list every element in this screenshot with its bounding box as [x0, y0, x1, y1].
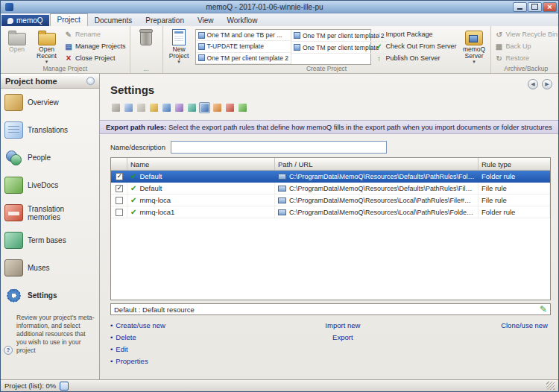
- sidebar-item-muses[interactable]: Muses: [1, 254, 99, 282]
- sidebar-item-settings[interactable]: Settings: [1, 282, 99, 309]
- people-icon: [4, 149, 23, 166]
- template-item[interactable]: One TM per client template 2: [196, 53, 291, 64]
- edit-link[interactable]: Edit: [110, 345, 274, 353]
- tab-documents[interactable]: Documents: [88, 15, 139, 26]
- template-item[interactable]: T-UPDATE template: [196, 41, 291, 52]
- memoq-window: memoQ - 2017-01-06-winnie-ille-pu memoQ …: [0, 0, 559, 392]
- manage-projects-button[interactable]: Manage Projects: [63, 41, 127, 51]
- properties-link[interactable]: Properties: [110, 357, 274, 365]
- local-resource-icon: [278, 209, 286, 215]
- table-row[interactable]: Default C:\ProgramData\MemoQ\Resources\D…: [111, 171, 550, 183]
- name-description-filter-input[interactable]: [171, 141, 387, 154]
- resource-category-icon-4[interactable]: [148, 102, 160, 113]
- sidebar-item-translations[interactable]: Translations: [1, 116, 99, 144]
- template-item[interactable]: One TM per client template: [291, 42, 386, 54]
- import-new-link[interactable]: Import new: [325, 321, 360, 329]
- tab-project[interactable]: Project: [50, 13, 88, 26]
- chevron-down-icon: [45, 60, 48, 63]
- header-path-url[interactable]: Path / URL: [275, 158, 479, 170]
- view-recycle-bin-button[interactable]: View Recycle Bin: [493, 29, 559, 39]
- memoq-server-icon: [465, 31, 483, 45]
- maximize-button[interactable]: [528, 2, 542, 12]
- group-manage-project: Open Open Recent Rename Manage Projects: [1, 26, 130, 73]
- restore-button[interactable]: Restore: [493, 53, 559, 63]
- resource-category-icon-3[interactable]: [136, 102, 147, 113]
- nav-forward-button[interactable]: ▶: [542, 79, 552, 89]
- nav-back-button[interactable]: ◀: [528, 79, 538, 89]
- template-icon: [294, 44, 300, 51]
- import-package-button[interactable]: Import Package: [373, 29, 458, 39]
- open-recent-button[interactable]: Open Recent: [33, 27, 60, 65]
- check-out-from-server-button[interactable]: Check Out From Server: [373, 41, 458, 51]
- memoq-server-button[interactable]: memoQ Server: [461, 27, 488, 65]
- resource-category-icon-export-path-rules[interactable]: [199, 102, 210, 113]
- sidebar-item-translation-memories[interactable]: Translation memories: [1, 199, 99, 227]
- template-item[interactable]: One TM per client template 2: [291, 30, 386, 42]
- sidebar-item-people[interactable]: People: [1, 144, 99, 171]
- row-checkbox[interactable]: [116, 173, 123, 180]
- sidebar-item-livedocs[interactable]: LiveDocs: [1, 171, 99, 199]
- rename-button[interactable]: Rename: [63, 29, 127, 39]
- resource-category-icon-9[interactable]: [212, 102, 223, 113]
- pin-icon[interactable]: [86, 77, 95, 85]
- resource-category-icon-1[interactable]: [110, 102, 121, 113]
- publish-on-server-button[interactable]: Publish On Server: [373, 53, 458, 63]
- export-link[interactable]: Export: [332, 333, 353, 341]
- chevron-down-icon: [177, 60, 180, 63]
- row-checkbox[interactable]: [116, 209, 123, 216]
- resource-category-icon-7[interactable]: [186, 102, 198, 113]
- group-trash: ...: [130, 26, 163, 73]
- header-name[interactable]: Name: [127, 158, 275, 170]
- close-project-button[interactable]: Close Project: [63, 53, 127, 63]
- valid-resource-icon: [130, 184, 139, 192]
- create-use-new-link[interactable]: Create/use new: [110, 321, 274, 329]
- open-folder-icon: [8, 33, 26, 45]
- ribbon-tab-bar: memoQ Project Documents Preparation View…: [1, 13, 558, 26]
- minimize-button[interactable]: [513, 2, 527, 12]
- export-path-rules-info-bar: Export path rules: Select the export pat…: [100, 120, 558, 134]
- table-row[interactable]: Default C:\ProgramData\MemoQ\Resources\D…: [111, 183, 550, 195]
- delete-link[interactable]: Delete: [110, 333, 274, 341]
- new-project-icon: [172, 29, 186, 45]
- main-area: Project home Overview Translations Peopl…: [1, 74, 558, 379]
- restore-icon: [495, 54, 504, 63]
- resource-category-icon-2[interactable]: [123, 102, 134, 113]
- back-up-icon: [495, 42, 504, 51]
- tab-view[interactable]: View: [191, 15, 221, 26]
- sidebar-item-term-bases[interactable]: Term bases: [1, 227, 99, 254]
- row-checkbox[interactable]: [116, 197, 123, 204]
- header-rule-type[interactable]: Rule type: [479, 158, 550, 170]
- help-icon[interactable]: ?: [4, 346, 13, 355]
- resource-category-icon-5[interactable]: [161, 102, 172, 113]
- tab-preparation[interactable]: Preparation: [139, 15, 191, 26]
- back-up-button[interactable]: Back Up: [493, 41, 559, 51]
- close-button[interactable]: [543, 2, 557, 12]
- clone-use-new-link[interactable]: Clone/use new: [501, 321, 548, 329]
- trash-icon: [140, 31, 152, 45]
- template-item[interactable]: One TM and one TB per ...: [196, 30, 291, 41]
- open-button[interactable]: Open: [3, 27, 31, 65]
- check-out-icon: [375, 42, 384, 51]
- edit-description-icon[interactable]: [540, 304, 547, 314]
- header-checkbox-column[interactable]: [111, 158, 127, 170]
- resize-grip[interactable]: [546, 382, 555, 390]
- valid-resource-icon: [130, 208, 139, 216]
- template-icon: [294, 32, 300, 39]
- table-row[interactable]: mmq-loca C:\ProgramData\MemoQ\Resources\…: [111, 195, 550, 206]
- overview-icon: [4, 94, 23, 111]
- resource-category-icon-11[interactable]: [237, 102, 248, 113]
- settings-description: ? Review your project's meta-information…: [1, 309, 99, 355]
- language-terminal-icon[interactable]: [60, 382, 69, 391]
- action-links: Create/use new Delete Edit Properties Im…: [110, 321, 548, 376]
- selected-resource-detail: Default : Default resource: [110, 303, 551, 315]
- tab-memoq[interactable]: memoQ: [1, 15, 49, 26]
- new-project-button[interactable]: New Project: [165, 27, 193, 65]
- row-checkbox[interactable]: [116, 185, 123, 192]
- sidebar-item-overview[interactable]: Overview: [1, 89, 99, 116]
- resource-category-icon-6[interactable]: [174, 102, 185, 113]
- table-row[interactable]: mmq-loca1 C:\ProgramData\MemoQ\Resources…: [111, 206, 550, 218]
- tab-workflow[interactable]: Workflow: [220, 15, 264, 26]
- template-icon: [198, 32, 205, 39]
- resource-category-icon-10[interactable]: [224, 102, 236, 113]
- move-to-recycle-bin-button[interactable]: [133, 27, 160, 65]
